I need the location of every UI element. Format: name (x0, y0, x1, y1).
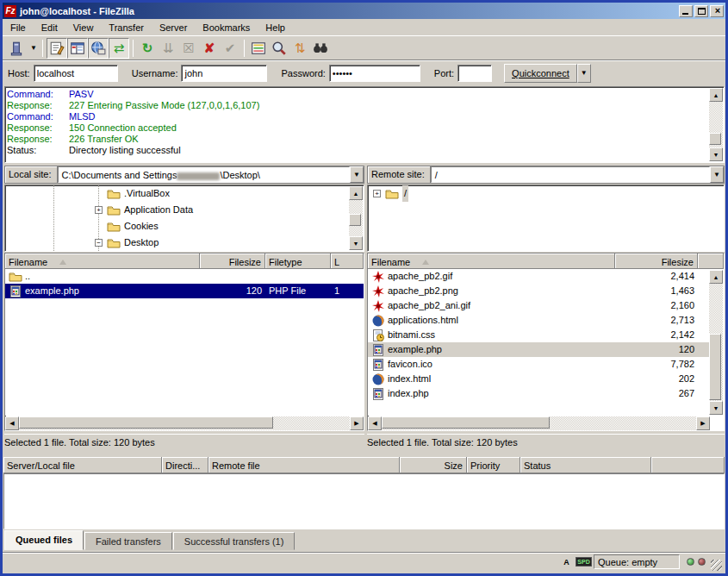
scroll-up-button[interactable]: ▲ (709, 270, 723, 284)
local-horizontal-scrollbar[interactable]: ◀ ▶ (5, 416, 364, 430)
expand-plus-icon[interactable]: + (95, 206, 103, 214)
file-row-example-php[interactable]: example.php 120 PHP File 1 (5, 284, 364, 298)
host-input[interactable] (34, 65, 118, 82)
file-row[interactable]: applications.html 2,713 (368, 313, 710, 328)
column-header-filename[interactable]: Filename (368, 254, 615, 269)
data-type-indicator-icon[interactable]: A (559, 555, 574, 569)
column-header-server-local-file[interactable]: Server/Local file (3, 457, 162, 473)
tab-queued-files[interactable]: Queued files (4, 530, 84, 550)
process-queue-button[interactable]: ⇊ (158, 38, 178, 59)
file-row[interactable]: favicon.ico 7,782 (368, 357, 710, 372)
port-input[interactable] (457, 65, 492, 82)
toggle-remote-tree-button[interactable] (88, 38, 109, 59)
file-row-parent-dir[interactable]: .. (5, 269, 364, 284)
maximize-button[interactable] (694, 5, 708, 17)
speed-limit-icon[interactable]: SPD (576, 555, 591, 569)
scrollbar-thumb[interactable] (709, 334, 721, 400)
tree-item-root[interactable]: + / (368, 185, 724, 202)
disconnect-icon: ✘ (204, 41, 215, 54)
scroll-right-button[interactable]: ▶ (696, 416, 710, 430)
file-row[interactable]: bitnami.css 2,142 (368, 328, 710, 342)
file-row[interactable]: apache_pb2.gif 2,414 (368, 269, 710, 284)
scrollbar-thumb[interactable] (349, 214, 361, 226)
quickconnect-button[interactable]: Quickconnect (504, 64, 577, 83)
log-vertical-scrollbar[interactable]: ▲ ▼ (709, 88, 723, 161)
scroll-down-button[interactable]: ▼ (349, 236, 363, 250)
tab-successful-transfers[interactable]: Successful transfers (1) (173, 532, 296, 550)
menu-transfer[interactable]: Transfer (101, 21, 152, 34)
file-row[interactable]: apache_pb2.png 1,463 (368, 284, 710, 298)
file-row[interactable]: index.html 202 (368, 372, 710, 386)
scroll-down-button[interactable]: ▼ (709, 401, 723, 415)
folder-icon (107, 220, 121, 234)
column-header-filesize[interactable]: Filesize (615, 254, 698, 269)
reconnect-button[interactable]: ✔ (220, 38, 240, 59)
tree-item-desktop[interactable]: − Desktop (5, 235, 364, 251)
message-log-lines: Command:PASV Response:227 Entering Passi… (7, 89, 707, 160)
toggle-transfer-queue-button[interactable]: ⇄ (109, 38, 129, 59)
password-input[interactable] (329, 65, 420, 82)
remote-vertical-scrollbar[interactable]: ▲ ▼ (709, 270, 723, 415)
scroll-left-button[interactable]: ◀ (368, 416, 382, 430)
local-site-dropdown[interactable]: ▼ (350, 166, 364, 183)
scroll-right-button[interactable]: ▶ (350, 416, 364, 430)
close-button[interactable]: × (710, 5, 724, 17)
toggle-message-log-button[interactable] (47, 38, 67, 59)
site-manager-dropdown[interactable]: ▼ (27, 38, 39, 59)
scrollbar-thumb[interactable] (19, 416, 273, 429)
menu-edit[interactable]: Edit (34, 21, 65, 34)
username-input[interactable] (181, 65, 267, 82)
column-header-direction[interactable]: Directi... (162, 457, 208, 473)
toggle-local-tree-button[interactable] (67, 38, 88, 59)
local-site-combo[interactable]: C:\Documents and Settings\Desktop\ (58, 166, 350, 183)
column-header-priority[interactable]: Priority (467, 457, 520, 473)
tree-item-application-data[interactable]: + Application Data (5, 202, 364, 218)
local-tree-vertical-scrollbar[interactable]: ▲ ▼ (349, 186, 363, 250)
remote-site-combo[interactable]: / (431, 166, 710, 183)
column-header-status[interactable]: Status (520, 457, 651, 473)
scroll-down-button[interactable]: ▼ (709, 147, 723, 161)
menu-file[interactable]: File (3, 21, 34, 34)
maximize-icon (698, 8, 706, 15)
title-bar: Fz john@localhost - FileZilla × (3, 3, 725, 19)
menu-bookmarks[interactable]: Bookmarks (195, 21, 258, 34)
column-header-filename[interactable]: Filename (5, 254, 200, 269)
file-row-selected[interactable]: example.php 120 (368, 342, 710, 357)
find-files-button[interactable] (269, 38, 289, 59)
site-manager-button[interactable] (6, 38, 27, 59)
cancel-operation-button[interactable]: ☒ (178, 38, 199, 59)
refresh-button[interactable]: ↻ (137, 38, 158, 59)
toolbar-separator (42, 40, 43, 57)
transfer-queue-list[interactable] (3, 473, 725, 529)
scroll-up-button[interactable]: ▲ (709, 88, 723, 102)
tab-failed-transfers[interactable]: Failed transfers (84, 532, 172, 550)
chevron-down-icon: ▼ (713, 171, 720, 178)
resize-grip[interactable] (711, 560, 722, 571)
menu-help[interactable]: Help (258, 21, 293, 34)
synchronized-browsing-button[interactable]: ⇅ (289, 38, 310, 59)
filter-button[interactable] (310, 38, 331, 59)
tree-item-virtualbox[interactable]: .VirtualBox (5, 185, 364, 202)
disconnect-button[interactable]: ✘ (199, 38, 220, 59)
column-header-filesize[interactable]: Filesize (200, 254, 265, 269)
expand-plus-icon[interactable]: + (373, 190, 381, 197)
scrollbar-thumb[interactable] (382, 416, 550, 429)
tree-item-cookies[interactable]: Cookies (5, 218, 364, 235)
collapse-minus-icon[interactable]: − (95, 239, 103, 247)
remote-horizontal-scrollbar[interactable]: ◀ ▶ (368, 416, 710, 430)
file-row[interactable]: index.php 267 (368, 386, 710, 401)
scrollbar-thumb[interactable] (709, 133, 721, 145)
scroll-left-button[interactable]: ◀ (5, 416, 19, 430)
directory-comparison-button[interactable] (248, 38, 269, 59)
column-header-remote-file[interactable]: Remote file (208, 457, 400, 473)
menu-view[interactable]: View (65, 21, 102, 34)
column-header-size[interactable]: Size (400, 457, 467, 473)
column-header-filetype[interactable]: Filetype (265, 254, 331, 269)
file-row[interactable]: apache_pb2_ani.gif 2,160 (368, 298, 710, 313)
remote-site-dropdown[interactable]: ▼ (710, 166, 724, 183)
scroll-up-button[interactable]: ▲ (349, 186, 363, 200)
minimize-button[interactable] (679, 5, 693, 17)
quickconnect-dropdown[interactable]: ▼ (577, 64, 591, 83)
column-header-last-modified[interactable]: L (331, 254, 364, 269)
menu-server[interactable]: Server (152, 21, 195, 34)
